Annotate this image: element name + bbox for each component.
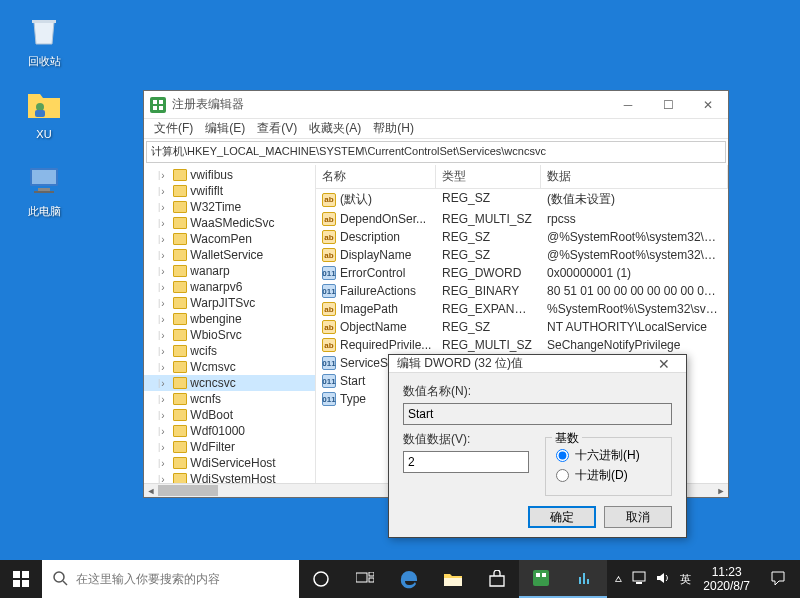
tree-item[interactable]: |›WdiSystemHost xyxy=(144,471,315,483)
menu-file[interactable]: 文件(F) xyxy=(148,118,199,139)
tree-item[interactable]: |›wcnfs xyxy=(144,391,315,407)
tree-item[interactable]: |›Wdf01000 xyxy=(144,423,315,439)
close-button[interactable]: ✕ xyxy=(688,91,728,119)
value-data: @%SystemRoot%\system32\wcncsvc.dll,-4 xyxy=(541,229,728,245)
titlebar[interactable]: 注册表编辑器 ─ ☐ ✕ xyxy=(144,91,728,119)
expand-icon[interactable]: › xyxy=(161,282,171,293)
dialog-titlebar[interactable]: 编辑 DWORD (32 位)值 ✕ xyxy=(389,355,686,373)
tree-item[interactable]: |›wanarp xyxy=(144,263,315,279)
tree-item[interactable]: |›WacomPen xyxy=(144,231,315,247)
notifications-icon[interactable] xyxy=(762,570,794,588)
expand-icon[interactable]: › xyxy=(161,202,171,213)
registry-value-row[interactable]: abRequiredPrivile...REG_MULTI_SZSeChange… xyxy=(316,336,728,354)
expand-icon[interactable]: › xyxy=(161,330,171,341)
scrollbar-thumb[interactable] xyxy=(158,485,218,496)
app-task-icon[interactable] xyxy=(563,560,607,598)
explorer-icon[interactable] xyxy=(431,560,475,598)
column-data[interactable]: 数据 xyxy=(541,165,728,188)
desktop-icon-this-pc[interactable]: 此电脑 xyxy=(14,160,74,219)
expand-icon[interactable]: › xyxy=(161,426,171,437)
task-view-icon[interactable] xyxy=(343,560,387,598)
desktop-icon-user-folder[interactable]: XU xyxy=(14,84,74,140)
tree-item[interactable]: |›vwifibus xyxy=(144,167,315,183)
store-icon[interactable] xyxy=(475,560,519,598)
menu-edit[interactable]: 编辑(E) xyxy=(199,118,251,139)
expand-icon[interactable]: › xyxy=(161,170,171,181)
tree-item[interactable]: |›WalletService xyxy=(144,247,315,263)
registry-value-row[interactable]: 011FailureActionsREG_BINARY80 51 01 00 0… xyxy=(316,282,728,300)
expand-icon[interactable]: › xyxy=(161,250,171,261)
desktop-icon-recycle-bin[interactable]: 回收站 xyxy=(14,10,74,69)
registry-value-row[interactable]: abDependOnSer...REG_MULTI_SZrpcss xyxy=(316,210,728,228)
expand-icon[interactable]: › xyxy=(161,346,171,357)
folder-icon xyxy=(173,201,187,213)
hex-radio[interactable] xyxy=(556,449,569,462)
tree-item[interactable]: |›WaaSMedicSvc xyxy=(144,215,315,231)
maximize-button[interactable]: ☐ xyxy=(648,91,688,119)
tree-item[interactable]: |›wanarpv6 xyxy=(144,279,315,295)
string-value-icon: ab xyxy=(322,302,336,316)
volume-icon[interactable] xyxy=(656,571,672,587)
edge-icon[interactable] xyxy=(387,560,431,598)
start-button[interactable] xyxy=(0,560,42,598)
taskbar-search[interactable]: 在这里输入你要搜索的内容 xyxy=(42,560,299,598)
ok-button[interactable]: 确定 xyxy=(528,506,596,528)
cortana-icon[interactable] xyxy=(299,560,343,598)
tree-item[interactable]: |›vwififlt xyxy=(144,183,315,199)
cancel-button[interactable]: 取消 xyxy=(604,506,672,528)
expand-icon[interactable]: › xyxy=(161,314,171,325)
expand-icon[interactable]: › xyxy=(161,298,171,309)
expand-icon[interactable]: › xyxy=(161,394,171,405)
taskbar-clock[interactable]: 11:23 2020/8/7 xyxy=(699,565,754,594)
tray-chevron-icon[interactable]: ㅿ xyxy=(613,572,624,587)
tree-item-label: wcifs xyxy=(190,344,217,358)
expand-icon[interactable]: › xyxy=(161,458,171,469)
tree-item[interactable]: |›wcifs xyxy=(144,343,315,359)
expand-icon[interactable]: › xyxy=(161,218,171,229)
tree-item[interactable]: |›WdiServiceHost xyxy=(144,455,315,471)
tree-item[interactable]: |›WbioSrvc xyxy=(144,327,315,343)
tree-item[interactable]: |›WarpJITSvc xyxy=(144,295,315,311)
minimize-button[interactable]: ─ xyxy=(608,91,648,119)
value-name-input[interactable] xyxy=(403,403,672,425)
value-data-input[interactable] xyxy=(403,451,529,473)
svg-rect-10 xyxy=(159,106,163,110)
expand-icon[interactable]: › xyxy=(161,266,171,277)
registry-value-row[interactable]: 011ErrorControlREG_DWORD0x00000001 (1) xyxy=(316,264,728,282)
expand-icon[interactable]: › xyxy=(161,474,171,484)
registry-tree[interactable]: |›vwifibus|›vwififlt|›W32Time|›WaaSMedic… xyxy=(144,165,316,483)
tree-item[interactable]: |›WdBoot xyxy=(144,407,315,423)
expand-icon[interactable]: › xyxy=(161,410,171,421)
tree-item[interactable]: |›Wcmsvc xyxy=(144,359,315,375)
expand-icon[interactable]: › xyxy=(161,234,171,245)
ime-indicator[interactable]: 英 xyxy=(680,572,691,587)
registry-value-row[interactable]: ab(默认)REG_SZ(数值未设置) xyxy=(316,189,728,210)
menu-help[interactable]: 帮助(H) xyxy=(367,118,420,139)
expand-icon[interactable]: › xyxy=(161,378,171,389)
hex-label: 十六进制(H) xyxy=(575,447,640,464)
registry-value-row[interactable]: abDisplayNameREG_SZ@%SystemRoot%\system3… xyxy=(316,246,728,264)
expand-icon[interactable]: › xyxy=(161,362,171,373)
dec-radio-row[interactable]: 十进制(D) xyxy=(556,467,661,484)
network-icon[interactable] xyxy=(632,571,648,587)
menu-favorites[interactable]: 收藏夹(A) xyxy=(303,118,367,139)
column-type[interactable]: 类型 xyxy=(436,165,541,188)
address-bar[interactable]: 计算机\HKEY_LOCAL_MACHINE\SYSTEM\CurrentCon… xyxy=(146,141,726,163)
regedit-task-icon[interactable] xyxy=(519,560,563,598)
expand-icon[interactable]: › xyxy=(161,186,171,197)
column-name[interactable]: 名称 xyxy=(316,165,436,188)
tree-item[interactable]: |›WdFilter xyxy=(144,439,315,455)
tree-item[interactable]: |›wcncsvc xyxy=(144,375,315,391)
hex-radio-row[interactable]: 十六进制(H) xyxy=(556,447,661,464)
dec-radio[interactable] xyxy=(556,469,569,482)
expand-icon[interactable]: › xyxy=(161,442,171,453)
string-value-icon: ab xyxy=(322,248,336,262)
registry-value-row[interactable]: abDescriptionREG_SZ@%SystemRoot%\system3… xyxy=(316,228,728,246)
dialog-close-button[interactable]: ✕ xyxy=(650,356,678,372)
registry-value-row[interactable]: abObjectNameREG_SZNT AUTHORITY\LocalServ… xyxy=(316,318,728,336)
tree-item[interactable]: |›W32Time xyxy=(144,199,315,215)
registry-value-row[interactable]: abImagePathREG_EXPAND_SZ%SystemRoot%\Sys… xyxy=(316,300,728,318)
menu-view[interactable]: 查看(V) xyxy=(251,118,303,139)
tree-item[interactable]: |›wbengine xyxy=(144,311,315,327)
svg-rect-26 xyxy=(583,573,585,584)
